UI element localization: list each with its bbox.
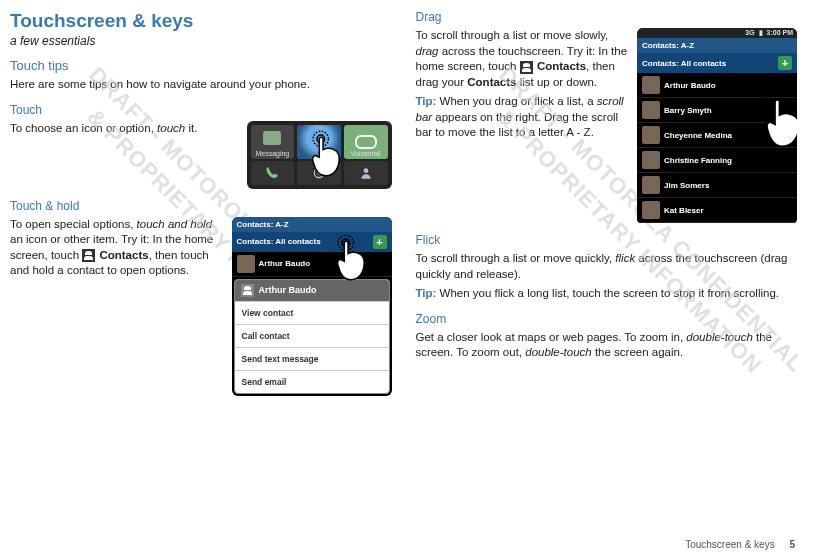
signal-icon: ▮ bbox=[759, 29, 763, 36]
hold-a: To open special options, bbox=[10, 218, 137, 230]
touch-body-a: To choose an icon or option, bbox=[10, 122, 157, 134]
flick-italic: flick bbox=[615, 252, 635, 264]
contacts-inline-icon bbox=[82, 249, 95, 262]
status-net: 3G bbox=[745, 29, 754, 36]
popup-row-name: Arthur Baudo bbox=[259, 259, 311, 268]
touch-tips-heading: Touch tips bbox=[10, 58, 392, 73]
flick-a: To scroll through a list or move quickly… bbox=[416, 252, 616, 264]
list-item-label: Barry Smyth bbox=[664, 106, 712, 115]
contacts-popup-subheader: Contacts: All contacts + bbox=[232, 232, 392, 252]
flick-heading: Flick bbox=[416, 233, 798, 247]
add-contact-icon: + bbox=[373, 235, 387, 249]
context-menu-title: Arthur Baudo bbox=[259, 285, 317, 295]
tray-voicemail-tile: Voicemail bbox=[344, 125, 388, 159]
context-menu-item: Call contact bbox=[235, 324, 389, 347]
zoom-heading: Zoom bbox=[416, 312, 798, 326]
contact-thumb bbox=[642, 176, 660, 194]
touch-body-c: it. bbox=[185, 122, 197, 134]
context-menu: Arthur Baudo View contact Call contact S… bbox=[234, 279, 390, 394]
contacts-inline-icon bbox=[520, 61, 533, 74]
contact-thumb bbox=[642, 126, 660, 144]
zoom-e: the screen again. bbox=[592, 346, 683, 358]
zoom-body: Get a closer look at maps or web pages. … bbox=[416, 330, 798, 361]
contact-thumb bbox=[642, 151, 660, 169]
apps-icon bbox=[312, 166, 326, 180]
contact-thumb bbox=[642, 76, 660, 94]
tray-messaging-tile: Messaging bbox=[251, 125, 295, 159]
flick-tip-text: When you flick a long list, touch the sc… bbox=[436, 287, 779, 299]
svg-marker-7 bbox=[762, 78, 769, 85]
drag-heading: Drag bbox=[416, 10, 798, 24]
tray-contacts-button bbox=[344, 161, 388, 185]
list-subheader-text: Contacts: All contacts bbox=[642, 59, 726, 68]
status-time: 3:00 PM bbox=[767, 29, 793, 36]
context-menu-title-row: Arthur Baudo bbox=[235, 280, 389, 301]
tray-voicemail-label: Voicemail bbox=[351, 150, 381, 157]
page-subtitle: a few essentials bbox=[10, 34, 392, 48]
contact-thumb bbox=[237, 255, 255, 273]
flick-tip-label: Tip: bbox=[416, 287, 437, 299]
footer-section: Touchscreen & keys bbox=[685, 539, 775, 550]
contact-thumb bbox=[642, 101, 660, 119]
list-item-label: Jim Somers bbox=[664, 181, 709, 190]
add-contact-icon: + bbox=[778, 56, 792, 70]
drag-contacts-bold: Contacts bbox=[467, 76, 516, 88]
drag-a: To scroll through a list or move slowly, bbox=[416, 29, 609, 41]
zoom-italic-2: double-touch bbox=[525, 346, 592, 358]
touch-heading: Touch bbox=[10, 103, 392, 117]
svg-point-1 bbox=[317, 171, 321, 175]
footer-page-number: 5 bbox=[789, 539, 795, 550]
context-menu-item: Send email bbox=[235, 370, 389, 393]
page-footer: Touchscreen & keys 5 bbox=[685, 539, 795, 550]
context-menu-person-icon bbox=[241, 284, 254, 297]
popup-header-text: Contacts: A-Z bbox=[237, 220, 289, 229]
contact-thumb bbox=[642, 201, 660, 219]
drag-body: To scroll through a list or move slowly,… bbox=[416, 28, 630, 90]
phone-icon bbox=[265, 166, 279, 180]
touch-hold-heading: Touch & hold bbox=[10, 199, 392, 213]
tray-apps-button bbox=[297, 161, 341, 185]
right-column: Drag To scroll through a list or move sl… bbox=[416, 10, 798, 510]
context-menu-item: View contact bbox=[235, 301, 389, 324]
popup-subheader-text: Contacts: All contacts bbox=[237, 237, 321, 246]
touch-body-italic: touch bbox=[157, 122, 185, 134]
home-tray-figure: Messaging Voicemail bbox=[247, 121, 392, 189]
context-menu-item: Send text message bbox=[235, 347, 389, 370]
drag-italic: drag bbox=[416, 45, 439, 57]
drag-e: list up or down. bbox=[516, 76, 597, 88]
contacts-list-figure: 3G ▮ 3:00 PM Contacts: A-Z Contacts: All… bbox=[637, 28, 797, 223]
tray-messaging-label: Messaging bbox=[255, 150, 289, 157]
left-column: Touchscreen & keys a few essentials Touc… bbox=[10, 10, 392, 510]
page-title: Touchscreen & keys bbox=[10, 10, 392, 32]
list-header-text: Contacts: A-Z bbox=[642, 41, 694, 50]
drag-tip-label: Tip: bbox=[416, 95, 437, 107]
flick-body: To scroll through a list or move quickly… bbox=[416, 251, 798, 282]
contacts-list-subheader: Contacts: All contacts + bbox=[637, 53, 797, 73]
popup-contact-row: Arthur Baudo bbox=[232, 252, 392, 277]
drag-tip-c: appears on the right. Drag the scroll ba… bbox=[416, 111, 619, 139]
list-item-label: Christine Fanning bbox=[664, 156, 732, 165]
flick-tip: Tip: When you flick a long list, touch t… bbox=[416, 286, 798, 302]
svg-marker-8 bbox=[762, 115, 769, 122]
list-item-label: Cheyenne Medina bbox=[664, 131, 732, 140]
hold-contacts-label: Contacts bbox=[96, 249, 148, 261]
person-icon bbox=[359, 166, 373, 180]
contacts-popup-header: Contacts: A-Z bbox=[232, 217, 392, 232]
hold-italic: touch and hold bbox=[137, 218, 212, 230]
contacts-popup-figure: Contacts: A-Z Contacts: All contacts + A… bbox=[232, 217, 392, 396]
touch-hold-body: To open special options, touch and hold … bbox=[10, 217, 224, 279]
drag-contacts-label: Contacts bbox=[534, 60, 586, 72]
status-bar: 3G ▮ 3:00 PM bbox=[637, 28, 797, 38]
svg-point-2 bbox=[363, 168, 368, 173]
list-item-label: Kat Bleser bbox=[664, 206, 704, 215]
drag-tip-a: When you drag or flick a list, a bbox=[436, 95, 596, 107]
drag-hand-icon bbox=[747, 78, 797, 198]
contacts-list-header: Contacts: A-Z bbox=[637, 38, 797, 53]
tray-dial-button bbox=[251, 161, 295, 185]
touch-body: To choose an icon or option, touch it. bbox=[10, 121, 239, 137]
list-item-label: Arthur Baudo bbox=[664, 81, 716, 90]
list-item: Kat Bleser bbox=[637, 198, 797, 223]
tray-browser-tile bbox=[297, 125, 341, 159]
zoom-a: Get a closer look at maps or web pages. … bbox=[416, 331, 687, 343]
drag-tip: Tip: When you drag or flick a list, a sc… bbox=[416, 94, 630, 141]
